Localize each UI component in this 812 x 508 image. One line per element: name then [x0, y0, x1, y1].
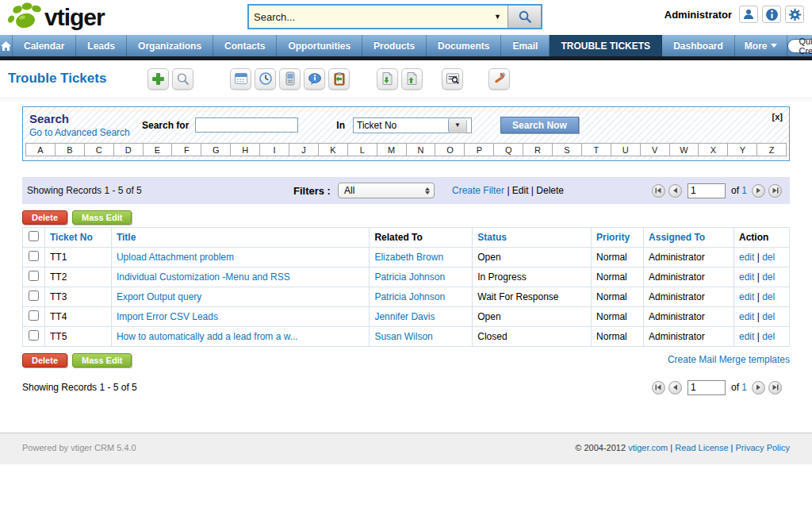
- mass-edit-button[interactable]: Mass Edit: [72, 210, 132, 225]
- quick-create-button[interactable]: Quick Create...: [787, 39, 812, 53]
- del-link[interactable]: del: [762, 271, 775, 283]
- search-icon[interactable]: [172, 68, 193, 90]
- edit-filter-link[interactable]: Edit: [512, 185, 529, 196]
- alphabet-letter-N[interactable]: N: [406, 143, 436, 156]
- global-search-input[interactable]: Search... ▼: [249, 6, 508, 28]
- ticket-title-link[interactable]: Individual Customization -Menu and RSS: [117, 271, 290, 283]
- clipboard-icon[interactable]: [328, 68, 350, 90]
- calendar-icon[interactable]: [230, 68, 251, 90]
- global-search-button[interactable]: [508, 6, 541, 28]
- info-icon[interactable]: [762, 6, 781, 23]
- nav-tab-trouble-tickets[interactable]: TROUBLE TICKETS: [550, 35, 662, 56]
- mass-edit-button[interactable]: Mass Edit: [72, 353, 132, 368]
- alphabet-letter-U[interactable]: U: [611, 143, 641, 156]
- alphabet-letter-T[interactable]: T: [581, 143, 611, 156]
- user-icon[interactable]: [739, 6, 758, 23]
- search-now-button[interactable]: Search Now: [500, 117, 579, 133]
- related-to-link[interactable]: Susan Wilson: [374, 331, 432, 342]
- alphabet-letter-H[interactable]: H: [230, 143, 260, 156]
- first-page-button[interactable]: [652, 184, 665, 198]
- advanced-search-link[interactable]: Go to Advanced Search: [29, 127, 130, 138]
- alphabet-letter-X[interactable]: X: [698, 143, 728, 156]
- privacy-policy-link[interactable]: Privacy Policy: [736, 443, 790, 452]
- related-to-link[interactable]: Patricia Johnson: [374, 291, 445, 302]
- nav-tab-dashboard[interactable]: Dashboard: [662, 35, 735, 56]
- related-to-link[interactable]: Patricia Johnson: [374, 271, 445, 283]
- alphabet-letter-Y[interactable]: Y: [727, 143, 757, 156]
- alphabet-letter-F[interactable]: F: [171, 143, 201, 156]
- alphabet-letter-K[interactable]: K: [318, 143, 348, 156]
- prev-page-button[interactable]: [668, 184, 682, 198]
- ticket-title-link[interactable]: Export Output query: [117, 291, 201, 302]
- nav-tab-organizations[interactable]: Organizations: [127, 35, 213, 56]
- row-checkbox[interactable]: [29, 251, 39, 261]
- gear-icon[interactable]: [785, 6, 804, 23]
- column-title[interactable]: Title: [117, 232, 136, 243]
- delete-button[interactable]: Delete: [22, 353, 67, 368]
- ticket-title-link[interactable]: How to automatically add a lead from a w…: [117, 331, 298, 342]
- delete-filter-link[interactable]: Delete: [536, 185, 564, 196]
- nav-tab-documents[interactable]: Documents: [427, 35, 501, 56]
- column-priority[interactable]: Priority: [596, 232, 630, 243]
- page-number-input[interactable]: [688, 380, 726, 395]
- search-for-input[interactable]: [195, 117, 298, 133]
- row-checkbox[interactable]: [29, 310, 39, 321]
- nav-tab-leads[interactable]: Leads: [76, 35, 127, 56]
- column-status[interactable]: Status: [477, 232, 507, 243]
- del-link[interactable]: del: [762, 331, 775, 342]
- alphabet-letter-L[interactable]: L: [347, 143, 377, 156]
- related-to-link[interactable]: Elizabeth Brown: [374, 252, 443, 263]
- nav-tab-contacts[interactable]: Contacts: [213, 35, 277, 56]
- edit-link[interactable]: edit: [739, 311, 754, 322]
- read-license-link[interactable]: Read License: [675, 443, 728, 452]
- last-page-button[interactable]: [768, 184, 782, 198]
- alphabet-letter-C[interactable]: C: [84, 143, 114, 156]
- filter-select[interactable]: All: [338, 183, 435, 198]
- last-page-button[interactable]: [768, 381, 782, 394]
- vtiger-com-link[interactable]: vtiger.com: [628, 443, 668, 452]
- alphabet-letter-R[interactable]: R: [523, 143, 553, 156]
- chevron-down-icon[interactable]: ▼: [494, 13, 503, 21]
- create-filter-link[interactable]: Create Filter: [452, 185, 504, 196]
- alphabet-letter-P[interactable]: P: [464, 143, 494, 156]
- add-icon[interactable]: [147, 68, 169, 90]
- alphabet-letter-E[interactable]: E: [143, 143, 173, 156]
- row-checkbox[interactable]: [29, 291, 39, 301]
- clock-icon[interactable]: [255, 68, 276, 90]
- alphabet-letter-W[interactable]: W: [669, 143, 699, 156]
- alphabet-letter-V[interactable]: V: [640, 143, 670, 156]
- nav-more-menu[interactable]: More: [735, 35, 788, 56]
- alphabet-letter-Q[interactable]: Q: [493, 143, 523, 156]
- next-page-button[interactable]: [752, 381, 765, 394]
- alphabet-letter-Z[interactable]: Z: [756, 143, 787, 156]
- find-duplicates-icon[interactable]: [442, 68, 463, 90]
- alphabet-letter-O[interactable]: O: [435, 143, 465, 156]
- ticket-title-link[interactable]: Import Error CSV Leads: [117, 311, 218, 322]
- row-checkbox[interactable]: [29, 330, 39, 341]
- mail-merge-link[interactable]: Create Mail Merge templates: [668, 354, 790, 365]
- alphabet-letter-M[interactable]: M: [377, 143, 407, 156]
- alphabet-letter-A[interactable]: A: [25, 143, 56, 156]
- del-link[interactable]: del: [762, 252, 775, 263]
- edit-link[interactable]: edit: [739, 271, 754, 283]
- select-all-checkbox[interactable]: [29, 231, 39, 241]
- alphabet-letter-B[interactable]: B: [55, 143, 85, 156]
- search-field-select[interactable]: Ticket No ▼: [353, 117, 472, 133]
- page-number-input[interactable]: [688, 183, 726, 198]
- edit-link[interactable]: edit: [739, 252, 754, 263]
- column-ticket-no[interactable]: Ticket No: [50, 232, 93, 243]
- nav-tab-opportunities[interactable]: Opportunities: [277, 35, 362, 56]
- export-icon[interactable]: [401, 68, 423, 90]
- import-icon[interactable]: [377, 68, 398, 90]
- column-assigned-to[interactable]: Assigned To: [649, 232, 705, 243]
- prev-page-button[interactable]: [668, 381, 682, 394]
- related-to-link[interactable]: Jennifer Davis: [374, 311, 435, 322]
- nav-tab-products[interactable]: Products: [362, 35, 427, 56]
- first-page-button[interactable]: [652, 381, 665, 394]
- alphabet-letter-J[interactable]: J: [289, 143, 319, 156]
- row-checkbox[interactable]: [29, 271, 39, 281]
- alphabet-letter-S[interactable]: S: [552, 143, 582, 156]
- alphabet-letter-I[interactable]: I: [259, 143, 289, 156]
- alphabet-letter-G[interactable]: G: [201, 143, 231, 156]
- alphabet-letter-D[interactable]: D: [113, 143, 144, 156]
